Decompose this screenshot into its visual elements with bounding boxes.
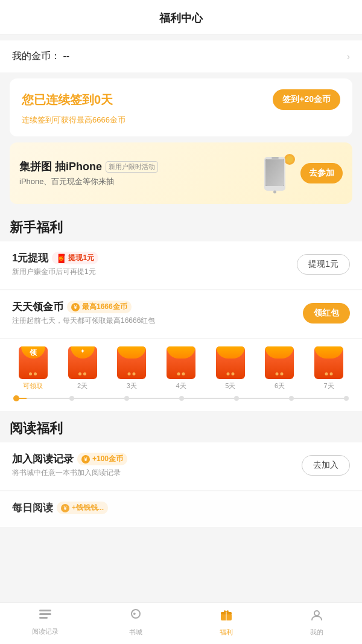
coin-icon-reading: ¥ bbox=[81, 455, 90, 464]
mine-icon bbox=[310, 608, 324, 626]
bottom-nav: 阅读记录 书城 福利 bbox=[0, 602, 362, 644]
benefit-left-cash: 1元提现 🧧 提现1元 新用户赚金币后可再提1元 bbox=[12, 251, 98, 277]
svg-rect-4 bbox=[265, 159, 284, 186]
benefit-title-row-daily-read: 每日阅读 ¥ +钱钱钱... bbox=[12, 501, 108, 515]
benefit-item-reading: 加入阅读记录 ¥ +100金币 将书城中任意一本书加入阅读记录 去加入 bbox=[0, 442, 362, 490]
coins-row[interactable]: 我的金币： -- › bbox=[0, 40, 362, 72]
signin-card: 您已连续签到0天 签到+20金币 连续签到可获得最高6666金币 bbox=[10, 78, 352, 136]
packet-day4[interactable]: 4天 bbox=[157, 346, 205, 391]
packet-day2[interactable]: ✦ 2天 bbox=[59, 346, 106, 391]
prize-tag: 新用户限时活动 bbox=[106, 161, 158, 173]
benefit-left-reading: 加入阅读记录 ¥ +100金币 将书城中任意一本书加入阅读记录 bbox=[12, 452, 127, 478]
nav-label-bookstore: 书城 bbox=[129, 628, 142, 637]
coin-icon-daily-read: ¥ bbox=[61, 504, 69, 512]
bookstore-icon bbox=[129, 608, 143, 626]
benefit-title-reading: 加入阅读记录 bbox=[12, 452, 74, 466]
prize-right: 去参加 bbox=[259, 152, 343, 194]
benefit-sub-reading: 将书城中任意一本书加入阅读记录 bbox=[12, 468, 127, 478]
packet-day1-label: 可领取 bbox=[23, 381, 43, 391]
benefit-title-row-daily: 天天领金币 ¥ 最高1666金币 bbox=[12, 300, 155, 314]
benefit-row-reading: 加入阅读记录 ¥ +100金币 将书城中任意一本书加入阅读记录 去加入 bbox=[12, 452, 350, 478]
benefit-title-cash: 1元提现 bbox=[12, 251, 48, 265]
svg-point-15 bbox=[314, 611, 319, 616]
benefit-row-daily: 天天领金币 ¥ 最高1666金币 注册起前七天，每天都可领取最高16666红包 … bbox=[12, 300, 350, 326]
reading-history-icon bbox=[38, 608, 52, 625]
nav-label-mine: 我的 bbox=[310, 628, 323, 637]
packet-day2-label: 2天 bbox=[77, 381, 87, 391]
packet-day3-label: 3天 bbox=[127, 381, 137, 391]
benefit-title-row-reading: 加入阅读记录 ¥ +100金币 bbox=[12, 452, 127, 466]
benefit-title-daily: 天天领金币 bbox=[12, 300, 63, 314]
packet-day5[interactable]: 5天 bbox=[207, 346, 254, 391]
benefit-row-cash: 1元提现 🧧 提现1元 新用户赚金币后可再提1元 提现1元 bbox=[12, 251, 350, 277]
svg-rect-5 bbox=[272, 157, 279, 159]
nav-item-welfare[interactable]: 福利 bbox=[181, 608, 272, 637]
iphone-image bbox=[259, 152, 296, 194]
packets-container: 领 可领取 ✦ bbox=[10, 346, 352, 391]
packet-day6[interactable]: 6天 bbox=[256, 346, 303, 391]
daily-action-button[interactable]: 领红包 bbox=[303, 303, 350, 324]
packet-shape-1: 领 bbox=[19, 346, 48, 379]
benefit-item-daily-read: 每日阅读 ¥ +钱钱钱... bbox=[0, 491, 362, 527]
svg-rect-9 bbox=[39, 617, 48, 619]
prize-banner[interactable]: 集拼图 抽iPhone 新用户限时活动 iPhone、百元现金等你来抽 bbox=[10, 142, 352, 204]
benefit-badge-daily: ¥ 最高1666金币 bbox=[67, 301, 132, 313]
prize-left: 集拼图 抽iPhone 新用户限时活动 iPhone、百元现金等你来抽 bbox=[19, 159, 158, 187]
benefit-item-cash: 1元提现 🧧 提现1元 新用户赚金币后可再提1元 提现1元 bbox=[0, 241, 362, 289]
page-wrapper: 福利中心 我的金币： -- › 您已连续签到0天 签到+20金币 连续签到可获得… bbox=[0, 0, 362, 644]
packet-day3[interactable]: 3天 bbox=[108, 346, 155, 391]
packet-day5-label: 5天 bbox=[225, 381, 235, 391]
benefit-title-row-cash: 1元提现 🧧 提现1元 bbox=[12, 251, 98, 265]
coins-chevron-icon: › bbox=[347, 51, 350, 62]
prize-join-button[interactable]: 去参加 bbox=[300, 163, 343, 183]
cash-action-button[interactable]: 提现1元 bbox=[297, 254, 350, 275]
prize-title-row: 集拼图 抽iPhone 新用户限时活动 bbox=[19, 159, 158, 174]
reading-action-button[interactable]: 去加入 bbox=[302, 455, 350, 476]
svg-rect-7 bbox=[39, 610, 51, 611]
redpacket-section: 领 可领取 ✦ bbox=[0, 339, 362, 411]
benefit-sub-cash: 新用户赚金币后可再提1元 bbox=[12, 267, 98, 277]
signin-title: 您已连续签到0天 bbox=[22, 92, 113, 108]
progress-dots bbox=[10, 395, 352, 401]
svg-point-6 bbox=[273, 191, 276, 194]
benefit-left-daily-read: 每日阅读 ¥ +钱钱钱... bbox=[12, 501, 108, 515]
coins-label: 我的金币： -- bbox=[12, 50, 69, 63]
nav-item-reading-history[interactable]: 阅读记录 bbox=[0, 608, 91, 636]
benefit-row-daily-read: 每日阅读 ¥ +钱钱钱... bbox=[12, 501, 350, 515]
benefit-item-daily: 天天领金币 ¥ 最高1666金币 注册起前七天，每天都可领取最高16666红包 … bbox=[0, 290, 362, 338]
svg-point-1 bbox=[286, 156, 293, 163]
nav-item-bookstore[interactable]: 书城 bbox=[91, 608, 181, 637]
packet-day7[interactable]: 7天 bbox=[305, 346, 352, 391]
signin-button[interactable]: 签到+20金币 bbox=[273, 89, 340, 110]
coin-icon-daily: ¥ bbox=[71, 303, 80, 311]
benefit-badge-cash: 🧧 提现1元 bbox=[52, 252, 98, 264]
welfare-icon bbox=[219, 608, 233, 626]
packet-day4-label: 4天 bbox=[176, 381, 186, 391]
page-title: 福利中心 bbox=[159, 12, 203, 24]
reading-section-title: 阅读福利 bbox=[0, 411, 362, 442]
signin-sub: 连续签到可获得最高6666金币 bbox=[22, 115, 340, 126]
newbie-section-title: 新手福利 bbox=[0, 210, 362, 241]
packet-day7-label: 7天 bbox=[324, 381, 334, 391]
packet-day6-label: 6天 bbox=[275, 381, 285, 391]
benefit-badge-reading: ¥ +100金币 bbox=[77, 453, 127, 465]
packet-day1[interactable]: 领 可领取 bbox=[10, 346, 57, 391]
content-scroll: 我的金币： -- › 您已连续签到0天 签到+20金币 连续签到可获得最高666… bbox=[0, 34, 362, 644]
svg-rect-14 bbox=[226, 612, 227, 620]
packet-ling-label: 领 bbox=[30, 348, 37, 358]
prize-sub: iPhone、百元现金等你来抽 bbox=[19, 176, 158, 187]
prize-main-title: 集拼图 抽iPhone bbox=[19, 159, 102, 174]
benefit-title-daily-read: 每日阅读 bbox=[12, 501, 53, 515]
signin-top: 您已连续签到0天 签到+20金币 bbox=[22, 89, 340, 110]
benefit-badge-daily-read: ¥ +钱钱钱... bbox=[57, 502, 108, 514]
nav-label-welfare: 福利 bbox=[220, 628, 233, 637]
benefit-left-daily: 天天领金币 ¥ 最高1666金币 注册起前七天，每天都可领取最高16666红包 bbox=[12, 300, 155, 326]
benefit-sub-daily: 注册起前七天，每天都可领取最高16666红包 bbox=[12, 316, 155, 326]
svg-rect-8 bbox=[39, 613, 51, 615]
nav-item-mine[interactable]: 我的 bbox=[272, 608, 362, 637]
header: 福利中心 bbox=[0, 0, 362, 34]
nav-label-reading-history: 阅读记录 bbox=[32, 627, 59, 636]
